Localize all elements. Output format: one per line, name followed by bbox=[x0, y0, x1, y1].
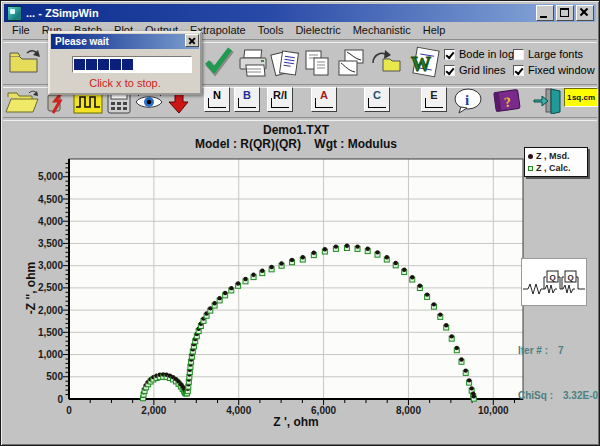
info-button[interactable]: i bbox=[453, 88, 483, 118]
progress-block bbox=[110, 59, 121, 70]
measured-point bbox=[243, 277, 247, 281]
measured-point bbox=[459, 357, 463, 361]
export-word-button[interactable]: W bbox=[405, 45, 443, 83]
y-tick-label: 3,500 bbox=[38, 238, 63, 249]
menu-item-dielectric[interactable]: Dielectric bbox=[289, 23, 346, 38]
copy-chart-button[interactable] bbox=[335, 47, 367, 83]
svg-text:i: i bbox=[465, 92, 469, 108]
real-imag-plot-button[interactable]: R/I bbox=[267, 87, 293, 112]
fit-results: Iter # :7 ChiSq :3.32E-05 bbox=[518, 313, 600, 433]
nyquist-chart: 02,0004,0006,0008,00010,00005001,0001,50… bbox=[1, 119, 600, 444]
dialog-title: Please wait bbox=[55, 36, 109, 47]
dialog-close-icon[interactable] bbox=[185, 34, 199, 47]
admittance-plot-button[interactable]: A bbox=[311, 87, 337, 112]
measured-point bbox=[455, 346, 459, 350]
print-report-button[interactable] bbox=[269, 47, 301, 83]
measured-point bbox=[472, 394, 476, 398]
y-tick-label: 3,000 bbox=[38, 260, 63, 271]
exit-button[interactable] bbox=[532, 87, 562, 118]
y-tick-label: 1,500 bbox=[38, 327, 63, 338]
iteration-row: Iter # :7 bbox=[518, 343, 600, 358]
window-title: ... - ZSimpWin bbox=[26, 7, 534, 19]
measured-point bbox=[312, 251, 316, 255]
x-axis-label: Z ', ohm bbox=[96, 415, 496, 429]
menu-item-help[interactable]: Help bbox=[417, 23, 452, 38]
permittivity-plot-button[interactable]: E bbox=[421, 87, 447, 112]
accept-fit-button[interactable] bbox=[204, 47, 234, 81]
chisq-label: ChiSq : bbox=[518, 390, 553, 401]
checkbox-bode-in-log[interactable]: Bode in log bbox=[444, 48, 514, 60]
capacitance-plot-button[interactable]: C bbox=[364, 87, 390, 112]
open-file-button[interactable] bbox=[5, 89, 41, 119]
print-button[interactable] bbox=[237, 47, 269, 83]
button-label: R/I bbox=[273, 89, 287, 101]
measured-point bbox=[425, 292, 429, 296]
measured-point bbox=[279, 261, 283, 265]
checkbox-fixed-window[interactable]: Fixed window bbox=[513, 64, 595, 76]
progress-bar bbox=[72, 56, 192, 73]
measured-point bbox=[229, 286, 233, 290]
measured-point bbox=[323, 247, 327, 251]
help-book-button[interactable]: ? bbox=[491, 88, 523, 118]
checkbox-large-fonts[interactable]: Large fonts bbox=[513, 48, 583, 60]
nyquist-plot-button[interactable]: N bbox=[204, 87, 230, 112]
minimize-button[interactable] bbox=[536, 5, 554, 21]
y-tick-label: 4,500 bbox=[38, 194, 63, 205]
area-value[interactable]: 1 bbox=[567, 93, 571, 102]
measured-point bbox=[385, 255, 389, 259]
measured-point bbox=[212, 301, 216, 305]
checkbox-label: Fixed window bbox=[528, 64, 595, 76]
progress-block bbox=[74, 59, 85, 70]
copy-file-button[interactable] bbox=[7, 47, 43, 81]
export-folder-button[interactable] bbox=[369, 47, 401, 81]
maximize-button[interactable] bbox=[556, 5, 574, 21]
measured-point bbox=[467, 378, 471, 382]
y-axis-label: -Z '', ohm bbox=[24, 188, 38, 388]
measured-point bbox=[402, 268, 406, 272]
electrode-area-field[interactable]: 1 sq.cm bbox=[564, 88, 598, 107]
button-label: B bbox=[243, 89, 251, 101]
menu-item-file[interactable]: File bbox=[6, 23, 36, 38]
measured-point bbox=[355, 244, 359, 248]
copy-text-button[interactable] bbox=[301, 47, 333, 83]
area-unit-label: sq.cm bbox=[572, 93, 595, 102]
legend-label: Z , Msd. bbox=[536, 151, 570, 161]
measured-point bbox=[334, 244, 338, 248]
svg-text:Q: Q bbox=[568, 273, 574, 282]
plot-background bbox=[69, 159, 523, 399]
button-label: N bbox=[213, 89, 221, 101]
y-tick-label: 2,500 bbox=[38, 282, 63, 293]
checkbox-box[interactable] bbox=[513, 65, 524, 76]
checkbox-box[interactable] bbox=[513, 49, 524, 60]
checkbox-label: Grid lines bbox=[459, 64, 505, 76]
measured-point bbox=[269, 265, 273, 269]
legend-entry-measured: Z , Msd. bbox=[528, 150, 584, 162]
iter-value: 7 bbox=[558, 345, 564, 356]
y-tick-label: 4,000 bbox=[38, 216, 63, 227]
checkbox-box[interactable] bbox=[444, 49, 455, 60]
dialog-message: Click x to stop. bbox=[50, 77, 200, 89]
close-button[interactable] bbox=[576, 5, 594, 21]
calculated-marker-icon bbox=[528, 166, 533, 171]
checkbox-grid-lines[interactable]: Grid lines bbox=[444, 64, 505, 76]
measured-point bbox=[366, 247, 370, 251]
checkbox-box[interactable] bbox=[444, 65, 455, 76]
chart-legend: Z , Msd. Z , Calc. bbox=[524, 147, 588, 177]
measured-point bbox=[223, 291, 227, 295]
app-window: ... - ZSimpWin FileRunBatchPlotOutputExt… bbox=[0, 0, 600, 446]
iter-label: Iter # : bbox=[518, 345, 548, 356]
y-tick-label: 2,000 bbox=[38, 305, 63, 316]
measured-point bbox=[432, 302, 436, 306]
measured-point bbox=[290, 258, 294, 262]
dialog-title-bar[interactable]: Please wait bbox=[51, 34, 199, 49]
legend-label: Z , Calc. bbox=[536, 163, 571, 173]
progress-block bbox=[98, 59, 109, 70]
bode-plot-button[interactable]: B bbox=[234, 87, 260, 112]
progress-block bbox=[122, 59, 133, 70]
title-bar[interactable]: ... - ZSimpWin bbox=[4, 4, 596, 22]
measured-point bbox=[438, 312, 442, 316]
measured-point bbox=[251, 273, 255, 277]
menu-item-mechanistic[interactable]: Mechanistic bbox=[347, 23, 417, 38]
menu-item-tools[interactable]: Tools bbox=[252, 23, 290, 38]
checkbox-label: Bode in log bbox=[459, 48, 514, 60]
